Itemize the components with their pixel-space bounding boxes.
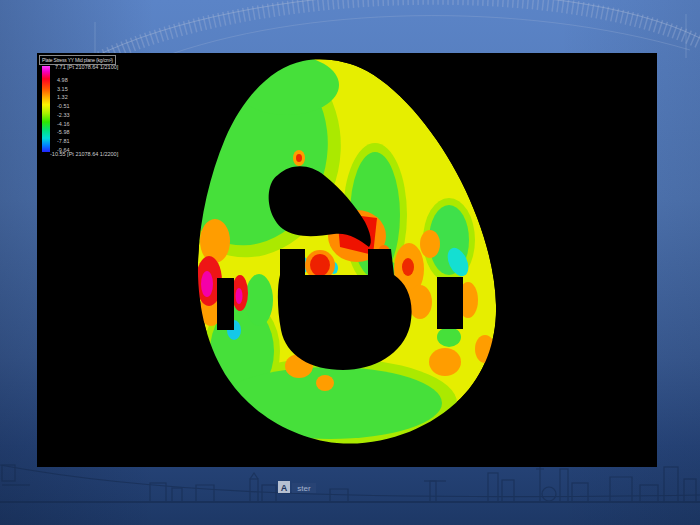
legend-level-value: -5.98 <box>57 129 70 135</box>
building-outline <box>502 480 514 502</box>
legend-level-value: 1.32 <box>57 94 68 100</box>
building-outline <box>2 465 15 481</box>
top-sketch-drawing <box>0 0 700 60</box>
arch-support <box>95 14 686 58</box>
cutout-left-rect <box>217 278 234 330</box>
cutout-right-rect <box>437 277 463 329</box>
shore-curve <box>0 465 700 497</box>
building-outline <box>488 473 498 502</box>
building-outline <box>330 489 348 502</box>
legend-level-value: 3.15 <box>57 86 68 92</box>
crane-tower <box>430 481 436 502</box>
dome-outline <box>542 487 556 501</box>
contour-legend: Plate Stress YY Mid plane (kg/cm²) 7.71 … <box>39 55 199 167</box>
building-outline <box>572 483 588 502</box>
building-outline <box>684 479 696 502</box>
roof-line <box>250 473 258 479</box>
building-outline <box>250 479 258 502</box>
mast-line <box>536 465 544 502</box>
building-outline <box>196 485 214 502</box>
building-outline <box>150 483 166 502</box>
building-outline <box>664 467 678 502</box>
legend-level-value: 4.98 <box>57 77 68 83</box>
building-outline <box>172 488 182 502</box>
watermark-logo: A ster <box>278 481 316 493</box>
legend-min-label: -10.55 [Pt 21078.64 1/2200] <box>50 151 118 157</box>
building-outline <box>560 469 568 502</box>
legend-level-value: -7.81 <box>57 138 70 144</box>
logo-box <box>278 481 290 493</box>
building-outline <box>262 485 276 502</box>
legend-colorbar <box>42 66 50 152</box>
arch-outline <box>92 0 700 58</box>
legend-level-value: -2.33 <box>57 112 70 118</box>
legend-level-value: -0.51 <box>57 103 70 109</box>
arch-inner-line <box>160 16 690 58</box>
slide-background: { "slide": { "watermark_logo": { "box_le… <box>0 0 700 525</box>
legend-max-label: 7.71 [Pt 21078.64 1/2100] <box>55 64 118 70</box>
building-outline <box>610 477 632 502</box>
logo-letter: A <box>281 483 288 493</box>
logo-text: ster <box>297 484 311 493</box>
logo-text-box <box>292 483 316 493</box>
plot-area: Plate Stress YY Mid plane (kg/cm²) 7.71 … <box>37 53 657 467</box>
arch-hatching <box>100 0 700 58</box>
building-outline <box>640 485 658 502</box>
legend-level-value: -4.16 <box>57 121 70 127</box>
